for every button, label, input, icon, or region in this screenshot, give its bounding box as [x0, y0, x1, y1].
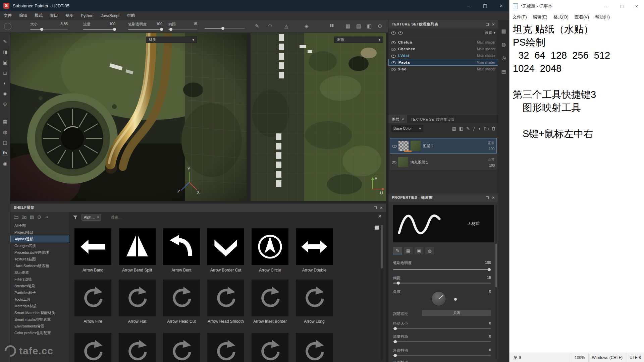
eraser-tool-icon[interactable]: ◨	[0, 47, 10, 57]
tab-layers[interactable]: 图层 ×	[388, 115, 407, 123]
alpha-thumb[interactable]: Arrow Fire	[74, 280, 111, 324]
brush-spacing-slider[interactable]	[168, 29, 197, 30]
menu-file[interactable]: 文件	[0, 11, 15, 20]
alpha-thumb[interactable]: Arrow Inset Border	[252, 280, 288, 324]
shelf-category[interactable]: Project项目	[10, 229, 69, 236]
projection-mode-icon[interactable]: ◧	[367, 23, 372, 28]
shelf-category[interactable]: Environments背景	[10, 323, 69, 329]
tab-texture-set-settings[interactable]: TEXTURE SET纹理集设置	[407, 115, 458, 123]
shelf-category[interactable]: Hard Surfaces硬表面	[10, 262, 69, 269]
shelf-category[interactable]: Particles粒子	[10, 289, 69, 296]
follow-path-toggle[interactable]: 关闭	[422, 310, 491, 316]
notepad-text-area[interactable]: 坦克 贴纸（水贴） PS绘制 32 64 128 256 512 1024 20…	[509, 21, 644, 353]
prop-spacing-slider[interactable]	[393, 283, 491, 284]
camera-settings-icon[interactable]: ⚙	[378, 23, 382, 28]
menu-view[interactable]: 视图	[62, 11, 77, 20]
texture-set-row-selected[interactable]: Paota Main shader	[388, 59, 498, 66]
material-dropdown-3d[interactable]: 材质 ▾	[146, 37, 197, 43]
show-all-eye-icon[interactable]	[391, 31, 395, 35]
shelf-category[interactable]: Skin皮肤	[10, 269, 69, 276]
alpha-thumb[interactable]: Arrow Long	[296, 280, 333, 324]
smudge-tool-icon[interactable]: ◐	[0, 78, 10, 88]
stencil-tab-icon[interactable]: ▣	[415, 247, 423, 254]
notepad-menu-view[interactable]: 查看(V)	[572, 14, 592, 20]
shelf-category[interactable]: Brushes笔刷	[10, 283, 69, 289]
brush-tab-icon[interactable]: ✎	[393, 247, 402, 254]
folder-icon[interactable]	[14, 215, 18, 219]
angle-dial-handle[interactable]	[454, 298, 457, 301]
visibility-eye-icon[interactable]	[391, 47, 395, 51]
alpha-thumb[interactable]	[252, 333, 288, 362]
layer-blend-mode[interactable]: 正常	[488, 141, 494, 145]
notepad-menu-help[interactable]: 帮助(H)	[592, 14, 613, 20]
visibility-eye-icon[interactable]	[391, 67, 395, 71]
alpha-thumb[interactable]	[207, 333, 244, 362]
layer-opacity-value[interactable]: 100	[489, 147, 494, 151]
shelf-category[interactable]: All全部	[10, 222, 69, 229]
alpha-thumb[interactable]: Arrow Border Cut	[207, 228, 244, 273]
tile-v-icon[interactable]: ▤	[356, 23, 361, 28]
shelf-category-selected[interactable]: Alphas透贴	[10, 236, 69, 242]
menu-mode[interactable]: 模式	[31, 11, 46, 20]
log-icon[interactable]: ▤	[501, 68, 506, 74]
close-panel-icon[interactable]: ×	[492, 195, 495, 200]
shelf-scrollbar[interactable]	[381, 225, 383, 360]
maximize-button[interactable]: □	[614, 0, 629, 12]
hide-icon[interactable]: ∅	[37, 215, 41, 220]
chip-close-icon[interactable]: ×	[97, 215, 99, 219]
layer-opacity-value[interactable]: 100	[489, 164, 495, 167]
add-smart-material-icon[interactable]: ◐	[478, 126, 481, 131]
tab-close-icon[interactable]: ×	[402, 117, 404, 121]
visibility-eye-icon[interactable]	[391, 60, 396, 65]
layer-visibility-eye-icon[interactable]	[392, 160, 396, 165]
shelf-category[interactable]: Smart masks智能遮罩	[10, 316, 69, 323]
brush-opacity-slider[interactable]	[128, 29, 162, 30]
close-button[interactable]: ×	[629, 0, 644, 12]
add-effect-icon[interactable]: ƒ	[473, 126, 475, 131]
menu-window[interactable]: 窗口	[46, 11, 62, 20]
menu-javascript[interactable]: JavaScript	[97, 11, 123, 20]
channel-dropdown[interactable]: Base Color ▾	[391, 125, 423, 132]
shelf-category[interactable]: Textures贴图	[10, 256, 69, 262]
polygon-fill-tool-icon[interactable]: ◻	[0, 67, 10, 78]
layer-mask-thumbnail[interactable]	[398, 141, 409, 151]
display-settings-icon[interactable]: ▦	[501, 28, 506, 34]
alpha-thumb[interactable]: Arrow Band	[74, 228, 111, 273]
float-panel-icon[interactable]	[486, 196, 489, 199]
shader-settings-icon[interactable]: ◍	[501, 42, 506, 48]
solo-eye-icon[interactable]	[398, 31, 402, 35]
alpha-thumb[interactable]: Arrow Bent	[163, 228, 200, 273]
stroke-shape-icon[interactable]: ◠	[268, 23, 272, 28]
brush-flow-slider[interactable]	[83, 29, 115, 30]
add-fill-layer-icon[interactable]: ◧	[459, 126, 463, 131]
projection-tool-icon[interactable]: ▣	[0, 57, 10, 67]
notepad-menu-file[interactable]: 文件(F)	[509, 14, 530, 20]
photoshop-plugin-icon[interactable]: Ps	[2, 150, 8, 156]
minimize-button[interactable]: –	[461, 0, 477, 11]
viewport-2d[interactable]: 材质 ▾ V U	[251, 33, 386, 201]
menu-python[interactable]: Python	[77, 11, 97, 20]
alpha-tab-icon[interactable]: ▦	[404, 247, 413, 254]
visibility-eye-icon[interactable]	[391, 54, 395, 58]
material-tab-icon[interactable]: ◍	[425, 247, 434, 254]
alpha-thumb[interactable]	[296, 333, 333, 362]
display-settings-icon[interactable]: ▦	[0, 116, 10, 127]
texture-set-row[interactable]: LVdai Main shader	[388, 52, 498, 59]
angle-dial[interactable]	[431, 291, 446, 306]
prop-size-jitter-slider[interactable]	[393, 328, 491, 329]
viewport-3d[interactable]: 材质 ▾ Y Z X	[10, 33, 247, 201]
symmetry-icon[interactable]: ◬	[284, 23, 288, 28]
particle-tool-icon[interactable]: ◆	[0, 88, 10, 99]
prop-opacity-slider[interactable]	[393, 269, 491, 270]
search-filter-chip[interactable]: Alph… ×	[82, 214, 101, 221]
search-input[interactable]	[111, 214, 252, 221]
notepad-menu-format[interactable]: 格式(O)	[550, 14, 572, 20]
layer-row-selected[interactable]: 图层 1 正常 100	[390, 138, 497, 154]
tile-u-icon[interactable]: ▦	[345, 23, 350, 28]
shader-settings-icon[interactable]: ◍	[0, 127, 10, 137]
lazy-mouse-icon[interactable]: ◈	[305, 23, 309, 28]
material-dropdown-2d[interactable]: 材质 ▾	[334, 37, 383, 43]
camera-tool-icon[interactable]: ◉	[0, 158, 10, 169]
layer-blend-mode[interactable]: 正常	[488, 157, 495, 162]
alpha-thumb[interactable]: Arrow Head Cut	[163, 280, 200, 324]
